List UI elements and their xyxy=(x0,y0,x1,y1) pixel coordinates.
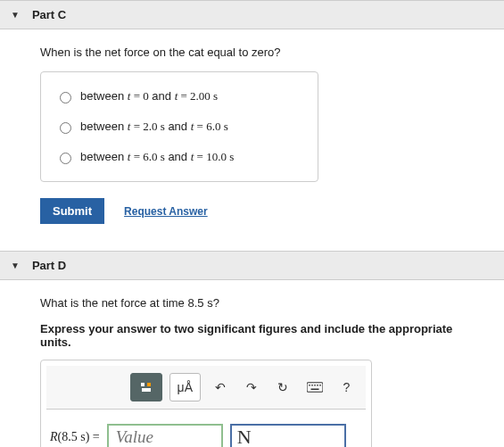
part-c: ▼ Part C When is the net force on the ca… xyxy=(0,0,504,233)
value-input[interactable] xyxy=(107,424,223,447)
choice-label: between t = 2.0 s and t = 6.0 s xyxy=(80,120,228,134)
svg-rect-5 xyxy=(319,385,321,386)
choices-box: between t = 0 and t = 2.00 s between t =… xyxy=(40,71,318,182)
svg-rect-2 xyxy=(311,385,313,386)
part-d-title: Part D xyxy=(32,259,66,272)
part-d-instruction: Express your answer to two significant f… xyxy=(40,322,464,349)
choice-row[interactable]: between t = 2.0 s and t = 6.0 s xyxy=(50,112,309,142)
submit-button[interactable]: Submit xyxy=(40,198,104,224)
part-d-question: What is the net force at time 8.5 s? xyxy=(40,296,464,310)
part-d: ▼ Part D What is the net force at time 8… xyxy=(0,251,504,447)
choice-label: between t = 6.0 s and t = 10.0 s xyxy=(80,150,234,164)
units-button[interactable]: μÅ xyxy=(169,373,201,401)
part-d-header[interactable]: ▼ Part D xyxy=(0,251,504,280)
keyboard-icon[interactable] xyxy=(302,374,326,401)
answer-area: μÅ ↶ ↷ ↻ ? R(8.5 s) = xyxy=(40,360,372,447)
unit-input[interactable] xyxy=(230,424,346,447)
part-d-body: What is the net force at time 8.5 s? Exp… xyxy=(0,280,504,447)
radio-option-1[interactable] xyxy=(60,92,71,103)
part-c-body: When is the net force on the cat equal t… xyxy=(0,29,504,233)
triangle-down-icon: ▼ xyxy=(11,261,20,270)
answer-toolbar: μÅ ↶ ↷ ↻ ? xyxy=(46,366,366,410)
reset-icon[interactable]: ↻ xyxy=(271,374,295,401)
choice-row[interactable]: between t = 6.0 s and t = 10.0 s xyxy=(50,142,309,172)
svg-rect-3 xyxy=(314,385,316,386)
units-label: μÅ xyxy=(178,380,193,394)
submit-row: Submit Request Answer xyxy=(40,198,464,224)
undo-icon[interactable]: ↶ xyxy=(208,374,232,401)
part-c-header[interactable]: ▼ Part C xyxy=(0,0,504,29)
triangle-down-icon: ▼ xyxy=(11,10,20,20)
part-c-question: When is the net force on the cat equal t… xyxy=(40,46,464,59)
svg-rect-1 xyxy=(309,385,310,386)
input-row: R(8.5 s) = xyxy=(41,415,371,447)
request-answer-link[interactable]: Request Answer xyxy=(124,205,208,218)
choice-row[interactable]: between t = 0 and t = 2.00 s xyxy=(50,81,309,112)
template-picker-icon[interactable] xyxy=(130,373,161,401)
part-c-title: Part C xyxy=(32,8,66,21)
svg-rect-4 xyxy=(317,385,318,386)
svg-rect-6 xyxy=(310,389,318,391)
radio-option-2[interactable] xyxy=(60,122,71,134)
svg-rect-0 xyxy=(307,383,323,393)
redo-icon[interactable]: ↷ xyxy=(239,374,263,401)
radio-option-3[interactable] xyxy=(60,153,71,164)
help-icon[interactable]: ? xyxy=(335,374,359,401)
lhs-label: R(8.5 s) = xyxy=(50,430,100,444)
choice-label: between t = 0 and t = 2.00 s xyxy=(80,89,218,103)
